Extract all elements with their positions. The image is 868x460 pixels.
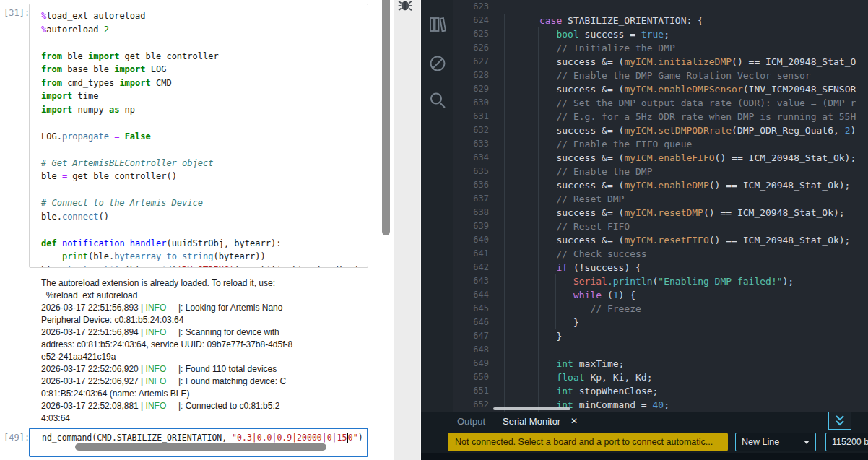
screen: [31]: %load_ext autoreload%autoreload 2 … [0,0,868,460]
notebook-right-margin [394,0,420,460]
serial-not-connected-warning: Not connected. Select a board and a port… [448,433,728,451]
baud-rate-dropdown[interactable]: 115200 baud [825,433,868,451]
debugger-bug-icon[interactable] [397,0,413,12]
editor-code-lines[interactable]: case STABILIZE_ORIENTATION: { bool succe… [505,0,868,412]
cell-31-code[interactable]: %load_ext autoreload%autoreload 2 from b… [41,9,368,268]
bottom-panel-tabbar: Output Serial Monitor ✕ [421,412,868,431]
collapse-panel-button[interactable] [828,412,851,430]
panel-bottom-strip [421,453,868,460]
code-cell-31[interactable]: %load_ext autoreload%autoreload 2 from b… [29,4,368,268]
notebook-vertical-scrollbar-thumb[interactable] [382,0,390,235]
chevron-down-icon [804,441,810,444]
cell-31-output-log: The autoreload extension is already load… [41,277,373,425]
line-number-gutter: 6236246256266276286296306316326336346356… [453,0,489,412]
tab-serial-monitor[interactable]: Serial Monitor [503,416,560,427]
editor-horizontal-scrollbar-thumb[interactable] [493,407,570,410]
jupyter-notebook-panel: [31]: %load_ext autoreload%autoreload 2 … [0,0,421,460]
tab-output[interactable]: Output [457,416,485,427]
code-editor[interactable]: 6236246256266276286296306316326336346356… [453,0,868,412]
cell-49-horizontal-scrollbar[interactable] [40,443,363,451]
ide-activity-bar [421,0,453,412]
ide-bottom-panel: Output Serial Monitor ✕ Not connected. S… [421,412,868,460]
cell-31-prompt: [31]: [4,8,30,18]
cell-49-prompt: [49]: [4,433,30,443]
indent-guide [504,14,505,412]
debug-disabled-icon[interactable] [428,54,447,73]
line-ending-value: New Line [742,437,779,447]
arduino-ide-panel: 6236246256266276286296306316326336346356… [421,0,868,460]
library-manager-icon[interactable] [428,15,447,34]
cell-49-code[interactable]: nd_command(CMD.STABILIZE_ORIENTATION, "0… [42,432,367,443]
scroll-right-arrow-icon[interactable] [355,444,363,451]
close-icon[interactable]: ✕ [570,416,578,426]
scroll-left-arrow-icon[interactable] [40,444,48,451]
line-ending-dropdown[interactable]: New Line [735,433,816,451]
baud-rate-value: 115200 baud [832,437,868,447]
scrollbar-thumb[interactable] [75,443,326,451]
search-icon[interactable] [428,91,447,110]
